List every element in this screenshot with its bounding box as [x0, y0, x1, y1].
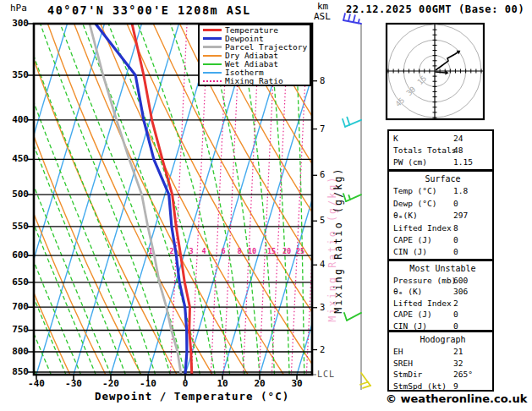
table-row: Totals Totals48 — [389, 145, 492, 156]
table-row-value: 1.15 — [453, 156, 473, 168]
table-row-value: 600 — [453, 275, 468, 287]
table-row-label: Pressure (mb) — [393, 276, 456, 285]
legend-line-sample — [203, 46, 222, 48]
table-row-value: 0 — [453, 234, 458, 246]
indices-table-box: SurfaceTemp (°C)1.8Dewp (°C)0θₑ(K)297Lif… — [387, 170, 494, 260]
wet-adiabat-line — [0, 24, 126, 375]
table-row: Temp (°C)1.8 — [389, 185, 492, 197]
table-row-value: 306 — [453, 286, 468, 298]
table-section-header: Most Unstable — [389, 263, 492, 275]
table-section-header: Hodograph — [389, 334, 492, 346]
table-row-value: 8 — [453, 222, 458, 234]
table-row-label: θₑ (K) — [393, 287, 422, 296]
table-row-label: StmSpd (kt) — [393, 381, 447, 391]
table-row-label: K — [393, 134, 398, 143]
legend-line-sample — [203, 55, 222, 57]
table-row-value: 9 — [453, 381, 458, 392]
legend-line-sample — [203, 72, 222, 74]
indices-table-box: K24Totals Totals48PW (cm)1.15 — [387, 129, 494, 171]
wind-barb — [344, 313, 361, 321]
table-row: Pressure (mb)600 — [389, 275, 492, 287]
table-row-label: Temp (°C) — [393, 186, 436, 195]
table-row-value: 2 — [453, 298, 458, 310]
legend-line-sample — [203, 63, 222, 65]
table-row-value: 48 — [453, 145, 463, 156]
legend-box: TemperatureDewpointParcel TrajectoryDry … — [198, 24, 311, 86]
table-row: CAPE (J)0 — [389, 234, 492, 246]
table-row-label: CAPE (J) — [393, 310, 432, 319]
table-row: StmDir265° — [389, 369, 492, 381]
table-row-label: CAPE (J) — [393, 235, 432, 244]
table-row-value: 265° — [453, 369, 473, 381]
table-row-value: 21 — [453, 346, 463, 358]
table-row-label: PW (cm) — [393, 157, 427, 167]
table-row: EH21 — [389, 346, 492, 358]
legend-line-sample — [203, 37, 222, 40]
table-row: SREH32 — [389, 358, 492, 370]
wet-adiabat-line — [0, 24, 36, 375]
table-row-value: 297 — [453, 210, 468, 222]
table-row-label: CIN (J) — [393, 321, 427, 331]
wet-adiabat-line — [318, 24, 319, 375]
mixing-ratio-line — [320, 24, 337, 375]
table-row: K24 — [389, 133, 492, 145]
skewt-sounding-page: 153045 123468101520253003504004505005506… — [0, 0, 532, 411]
hodograph: 153045 — [387, 24, 484, 119]
table-row-value: 0 — [453, 309, 458, 321]
table-row-label: CIN (J) — [393, 247, 427, 256]
wind-barb — [343, 14, 361, 24]
table-row-label: EH — [393, 347, 403, 356]
table-row-value: 1.8 — [453, 185, 468, 197]
table-row-label: SREH — [393, 359, 413, 368]
indices-table-box: Most UnstablePressure (mb)600θₑ (K)306Li… — [387, 260, 494, 332]
wind-barb — [343, 118, 361, 127]
storm-motion-vector — [435, 72, 445, 73]
table-row-label: Dewp (°C) — [393, 199, 436, 208]
table-row-value: 32 — [453, 358, 463, 370]
table-row: Lifted Index8 — [389, 222, 492, 234]
legend-line-sample — [203, 29, 222, 31]
table-row-label: StmDir — [393, 370, 422, 379]
wet-adiabat-line — [0, 24, 7, 375]
table-row: CAPE (J)0 — [389, 309, 492, 321]
table-row-value: 0 — [453, 321, 458, 332]
table-row: PW (cm)1.15 — [389, 156, 492, 168]
wet-adiabat-line — [0, 24, 111, 375]
table-row-label: Lifted Index — [393, 223, 452, 233]
table-row: θₑ (K)306 — [389, 286, 492, 298]
wet-adiabat-line — [0, 24, 21, 375]
table-row-value: 0 — [453, 246, 458, 258]
legend-item-label: Mixing Ratio — [225, 76, 283, 85]
table-row: Lifted Index2 — [389, 298, 492, 310]
table-row-value: 24 — [453, 133, 463, 145]
wet-adiabat-line — [0, 24, 96, 375]
table-row-value: 0 — [453, 198, 458, 210]
dry-adiabat-line — [47, 24, 212, 375]
indices-table-box: HodographEH21SREH32StmDir265°StmSpd (kt)… — [387, 331, 494, 392]
table-row: θₑ(K)297 — [389, 210, 492, 222]
table-row-label: Lifted Index — [393, 299, 452, 308]
table-row-label: θₑ(K) — [393, 211, 418, 220]
dry-adiabat-line — [21, 24, 177, 375]
table-row: Dewp (°C)0 — [389, 198, 492, 210]
table-section-header: Surface — [389, 173, 492, 185]
table-row: StmSpd (kt)9 — [389, 381, 492, 392]
legend-line-sample — [203, 80, 222, 82]
table-row: CIN (J)0 — [389, 321, 492, 332]
dry-adiabat-line — [0, 24, 35, 375]
table-row: CIN (J)0 — [389, 246, 492, 258]
legend-item: Mixing Ratio — [200, 77, 310, 85]
table-row-label: Totals Totals — [393, 145, 456, 155]
wind-barb — [343, 194, 361, 201]
